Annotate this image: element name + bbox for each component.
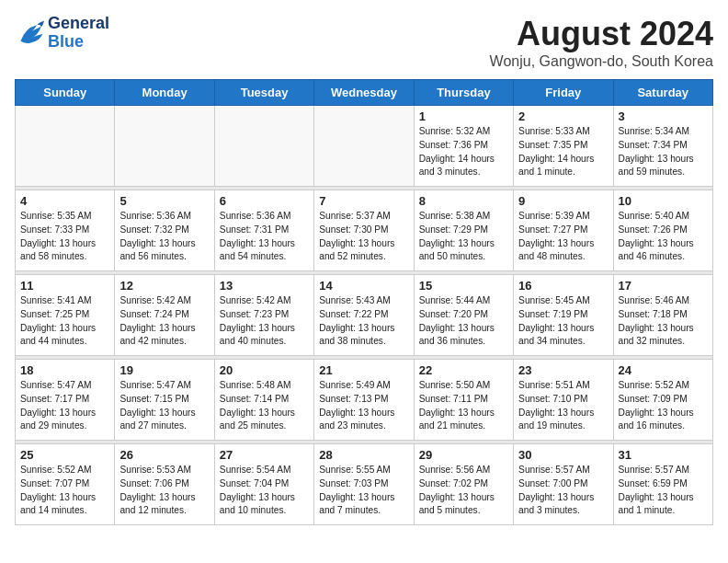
- calendar-cell: 7Sunrise: 5:37 AM Sunset: 7:30 PM Daylig…: [314, 190, 414, 271]
- calendar-week-row: 18Sunrise: 5:47 AM Sunset: 7:17 PM Dayli…: [16, 360, 713, 441]
- calendar-cell: 27Sunrise: 5:54 AM Sunset: 7:04 PM Dayli…: [214, 444, 313, 525]
- day-info: Sunrise: 5:57 AM Sunset: 7:00 PM Dayligh…: [518, 464, 608, 518]
- day-info: Sunrise: 5:45 AM Sunset: 7:19 PM Dayligh…: [518, 294, 608, 349]
- day-number: 22: [419, 363, 508, 377]
- weekday-header-thursday: Thursday: [414, 80, 513, 106]
- calendar-cell: 10Sunrise: 5:40 AM Sunset: 7:26 PM Dayli…: [613, 190, 712, 271]
- weekday-header-saturday: Saturday: [613, 80, 712, 106]
- weekday-header-wednesday: Wednesday: [314, 80, 414, 106]
- day-number: 27: [220, 448, 309, 462]
- calendar-cell: 16Sunrise: 5:45 AM Sunset: 7:19 PM Dayli…: [514, 275, 613, 356]
- calendar-cell: 3Sunrise: 5:34 AM Sunset: 7:34 PM Daylig…: [613, 106, 712, 187]
- day-number: 14: [319, 279, 408, 293]
- calendar-cell: [214, 106, 313, 187]
- weekday-header-friday: Friday: [514, 80, 613, 106]
- day-number: 11: [20, 279, 109, 293]
- day-number: 15: [419, 279, 508, 293]
- weekday-header-monday: Monday: [115, 80, 214, 106]
- day-info: Sunrise: 5:53 AM Sunset: 7:06 PM Dayligh…: [119, 464, 209, 518]
- weekday-header-tuesday: Tuesday: [214, 80, 313, 106]
- day-info: Sunrise: 5:41 AM Sunset: 7:25 PM Dayligh…: [20, 294, 109, 349]
- calendar-table: SundayMondayTuesdayWednesdayThursdayFrid…: [15, 79, 713, 525]
- calendar-cell: 17Sunrise: 5:46 AM Sunset: 7:18 PM Dayli…: [613, 275, 712, 356]
- day-number: 9: [518, 194, 608, 208]
- calendar-week-row: 4Sunrise: 5:35 AM Sunset: 7:33 PM Daylig…: [16, 190, 713, 271]
- logo: General Blue: [15, 15, 109, 52]
- day-info: Sunrise: 5:56 AM Sunset: 7:02 PM Dayligh…: [419, 464, 508, 518]
- day-info: Sunrise: 5:40 AM Sunset: 7:26 PM Dayligh…: [619, 210, 708, 264]
- day-info: Sunrise: 5:42 AM Sunset: 7:24 PM Dayligh…: [119, 294, 209, 349]
- page-location: Wonju, Gangwon-do, South Korea: [490, 53, 713, 70]
- day-number: 5: [119, 194, 209, 208]
- day-number: 26: [119, 448, 209, 462]
- title-block: August 2024 Wonju, Gangwon-do, South Kor…: [490, 15, 713, 70]
- day-number: 4: [20, 194, 109, 208]
- calendar-week-row: 25Sunrise: 5:52 AM Sunset: 7:07 PM Dayli…: [16, 444, 713, 525]
- logo-text-line1: General: [48, 15, 109, 33]
- day-info: Sunrise: 5:57 AM Sunset: 6:59 PM Dayligh…: [619, 464, 708, 518]
- day-info: Sunrise: 5:50 AM Sunset: 7:11 PM Dayligh…: [419, 379, 508, 433]
- day-info: Sunrise: 5:43 AM Sunset: 7:22 PM Dayligh…: [319, 294, 408, 349]
- day-info: Sunrise: 5:38 AM Sunset: 7:29 PM Dayligh…: [419, 210, 508, 264]
- day-number: 10: [619, 194, 708, 208]
- day-info: Sunrise: 5:52 AM Sunset: 7:07 PM Dayligh…: [20, 464, 109, 518]
- day-info: Sunrise: 5:54 AM Sunset: 7:04 PM Dayligh…: [220, 464, 309, 518]
- day-number: 1: [419, 109, 508, 123]
- calendar-cell: 20Sunrise: 5:48 AM Sunset: 7:14 PM Dayli…: [214, 360, 313, 441]
- calendar-week-row: 11Sunrise: 5:41 AM Sunset: 7:25 PM Dayli…: [16, 275, 713, 356]
- day-number: 29: [419, 448, 508, 462]
- calendar-week-row: 1Sunrise: 5:32 AM Sunset: 7:36 PM Daylig…: [16, 106, 713, 187]
- calendar-cell: 4Sunrise: 5:35 AM Sunset: 7:33 PM Daylig…: [16, 190, 115, 271]
- calendar-cell: 22Sunrise: 5:50 AM Sunset: 7:11 PM Dayli…: [414, 360, 513, 441]
- calendar-cell: 14Sunrise: 5:43 AM Sunset: 7:22 PM Dayli…: [314, 275, 414, 356]
- calendar-cell: 28Sunrise: 5:55 AM Sunset: 7:03 PM Dayli…: [314, 444, 414, 525]
- calendar-cell: 11Sunrise: 5:41 AM Sunset: 7:25 PM Dayli…: [16, 275, 115, 356]
- calendar-cell: 18Sunrise: 5:47 AM Sunset: 7:17 PM Dayli…: [16, 360, 115, 441]
- day-info: Sunrise: 5:37 AM Sunset: 7:30 PM Dayligh…: [319, 210, 408, 264]
- calendar-cell: 21Sunrise: 5:49 AM Sunset: 7:13 PM Dayli…: [314, 360, 414, 441]
- logo-text-line2: Blue: [48, 33, 109, 52]
- day-number: 8: [419, 194, 508, 208]
- day-info: Sunrise: 5:51 AM Sunset: 7:10 PM Dayligh…: [518, 379, 608, 433]
- page-header: General Blue August 2024 Wonju, Gangwon-…: [15, 15, 713, 70]
- calendar-cell: [314, 106, 414, 187]
- day-number: 18: [20, 363, 109, 377]
- day-info: Sunrise: 5:34 AM Sunset: 7:34 PM Dayligh…: [619, 125, 708, 179]
- calendar-cell: 6Sunrise: 5:36 AM Sunset: 7:31 PM Daylig…: [214, 190, 313, 271]
- day-number: 20: [220, 363, 309, 377]
- day-number: 23: [518, 363, 608, 377]
- day-info: Sunrise: 5:52 AM Sunset: 7:09 PM Dayligh…: [619, 379, 708, 433]
- day-number: 30: [518, 448, 608, 462]
- day-info: Sunrise: 5:48 AM Sunset: 7:14 PM Dayligh…: [220, 379, 309, 433]
- calendar-cell: 25Sunrise: 5:52 AM Sunset: 7:07 PM Dayli…: [16, 444, 115, 525]
- calendar-cell: 31Sunrise: 5:57 AM Sunset: 6:59 PM Dayli…: [613, 444, 712, 525]
- day-info: Sunrise: 5:46 AM Sunset: 7:18 PM Dayligh…: [619, 294, 708, 349]
- weekday-header-sunday: Sunday: [16, 80, 115, 106]
- day-info: Sunrise: 5:36 AM Sunset: 7:31 PM Dayligh…: [220, 210, 309, 264]
- day-number: 16: [518, 279, 608, 293]
- day-info: Sunrise: 5:35 AM Sunset: 7:33 PM Dayligh…: [20, 210, 109, 264]
- day-number: 19: [119, 363, 209, 377]
- day-info: Sunrise: 5:32 AM Sunset: 7:36 PM Dayligh…: [419, 125, 508, 179]
- calendar-cell: 29Sunrise: 5:56 AM Sunset: 7:02 PM Dayli…: [414, 444, 513, 525]
- day-number: 28: [319, 448, 408, 462]
- day-info: Sunrise: 5:33 AM Sunset: 7:35 PM Dayligh…: [518, 125, 608, 179]
- day-number: 31: [619, 448, 708, 462]
- day-info: Sunrise: 5:49 AM Sunset: 7:13 PM Dayligh…: [319, 379, 408, 433]
- day-number: 7: [319, 194, 408, 208]
- calendar-cell: 13Sunrise: 5:42 AM Sunset: 7:23 PM Dayli…: [214, 275, 313, 356]
- day-number: 6: [220, 194, 309, 208]
- calendar-cell: 26Sunrise: 5:53 AM Sunset: 7:06 PM Dayli…: [115, 444, 214, 525]
- calendar-cell: 30Sunrise: 5:57 AM Sunset: 7:00 PM Dayli…: [514, 444, 613, 525]
- day-number: 13: [220, 279, 309, 293]
- calendar-cell: 12Sunrise: 5:42 AM Sunset: 7:24 PM Dayli…: [115, 275, 214, 356]
- page-title: August 2024: [490, 15, 713, 53]
- calendar-cell: 1Sunrise: 5:32 AM Sunset: 7:36 PM Daylig…: [414, 106, 513, 187]
- day-number: 12: [119, 279, 209, 293]
- calendar-cell: 24Sunrise: 5:52 AM Sunset: 7:09 PM Dayli…: [613, 360, 712, 441]
- calendar-cell: [16, 106, 115, 187]
- day-info: Sunrise: 5:42 AM Sunset: 7:23 PM Dayligh…: [220, 294, 309, 349]
- day-info: Sunrise: 5:44 AM Sunset: 7:20 PM Dayligh…: [419, 294, 508, 349]
- day-info: Sunrise: 5:55 AM Sunset: 7:03 PM Dayligh…: [319, 464, 408, 518]
- calendar-cell: 15Sunrise: 5:44 AM Sunset: 7:20 PM Dayli…: [414, 275, 513, 356]
